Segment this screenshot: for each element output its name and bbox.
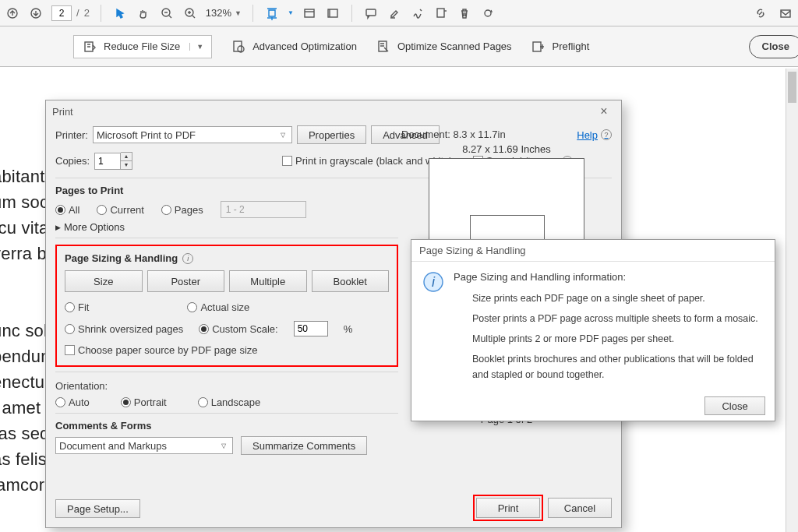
page-total-label: 2 <box>84 7 90 19</box>
vertical-scrollbar[interactable] <box>786 69 798 532</box>
orient-portrait-radio[interactable]: Portrait <box>121 396 167 408</box>
custom-scale-radio[interactable]: Custom Scale: <box>199 323 278 335</box>
tab-booklet-button[interactable]: Booklet <box>312 270 390 292</box>
sign-icon[interactable] <box>410 5 425 21</box>
properties-button[interactable]: Properties <box>297 125 366 144</box>
secondary-toolbar: Reduce File Size ▼ Advanced Optimization… <box>0 26 798 67</box>
pages-all-radio[interactable]: All <box>55 204 79 216</box>
sizing-title: Page Sizing & Handling <box>65 252 178 264</box>
cancel-button[interactable]: Cancel <box>548 498 612 518</box>
prev-page-icon[interactable] <box>5 5 20 21</box>
rotate-icon[interactable] <box>480 5 496 21</box>
orient-landscape-radio[interactable]: Landscape <box>198 396 261 408</box>
svg-rect-6 <box>366 9 376 16</box>
popup-heading: Page Sizing and Handling information: <box>454 271 764 283</box>
preview-dim-label: 8.27 x 11.69 Inches <box>401 143 612 155</box>
pointer-tool-icon[interactable] <box>112 5 128 21</box>
hand-tool-icon[interactable] <box>136 5 151 21</box>
fit-radio[interactable]: Fit <box>65 301 89 313</box>
page-display-icon[interactable] <box>302 5 317 21</box>
pages-range-radio[interactable]: Pages <box>161 204 203 216</box>
stamp-icon[interactable] <box>433 5 449 21</box>
summarize-comments-button[interactable]: Summarize Comments <box>241 436 367 455</box>
link-icon[interactable] <box>753 5 768 21</box>
printer-select[interactable]: Microsoft Print to PDF▽ <box>93 126 292 143</box>
more-options-toggle[interactable]: ▶More Options <box>55 221 398 233</box>
comments-select[interactable]: Document and Markups▽ <box>55 437 233 454</box>
info-popup: Page Sizing & Handling i Page Sizing and… <box>411 239 775 421</box>
pages-range-input <box>221 201 306 218</box>
custom-scale-input[interactable] <box>294 321 328 336</box>
popup-close-button[interactable]: Close <box>704 396 765 415</box>
orientation-label: Orientation: <box>55 380 398 392</box>
reduce-file-size-button[interactable]: Reduce File Size ▼ <box>73 35 212 58</box>
zoom-in-icon[interactable] <box>182 5 198 21</box>
actual-size-radio[interactable]: Actual size <box>187 301 249 313</box>
page-sizing-section: Page Sizing & Handling i Size Poster Mul… <box>55 245 398 367</box>
svg-rect-7 <box>437 9 444 17</box>
orient-auto-radio[interactable]: Auto <box>55 396 90 408</box>
reduce-icon <box>82 39 97 55</box>
dialog-titlebar: Print × <box>46 100 621 122</box>
tab-size-button[interactable]: Size <box>65 270 143 292</box>
email-icon[interactable] <box>778 5 793 21</box>
preflight-button[interactable]: Preflight <box>531 39 590 55</box>
popup-line-multiple: Multiple prints 2 or more PDF pages per … <box>472 331 764 347</box>
svg-rect-13 <box>533 42 541 51</box>
close-icon[interactable]: × <box>593 104 615 118</box>
svg-rect-4 <box>305 9 314 17</box>
comment-icon[interactable] <box>363 5 379 21</box>
dropdown-caret-icon[interactable]: ▼ <box>189 43 203 51</box>
preflight-icon <box>531 39 546 55</box>
shrink-radio[interactable]: Shrink oversized pages <box>65 323 183 335</box>
pages-section-title: Pages to Print <box>55 185 398 196</box>
document-dim-label: Document: 8.3 x 11.7in <box>401 129 612 140</box>
tab-multiple-button[interactable]: Multiple <box>229 270 307 292</box>
popup-line-size: Size prints each PDF page on a single sh… <box>472 291 764 306</box>
advanced-optimization-button[interactable]: Advanced Optimization <box>231 39 357 55</box>
tab-poster-button[interactable]: Poster <box>147 270 225 292</box>
fit-width-icon[interactable] <box>264 5 280 21</box>
next-page-icon[interactable] <box>28 5 44 21</box>
highlight-icon[interactable] <box>387 5 402 21</box>
close-panel-button[interactable]: Close <box>749 35 798 58</box>
page-nav: / 2 <box>51 5 90 21</box>
zoom-select[interactable]: 132% ▼ <box>206 7 242 19</box>
sizing-info-icon[interactable]: i <box>182 253 193 264</box>
popup-line-booklet: Booklet prints brochures and other publi… <box>472 351 764 382</box>
popup-titlebar: Page Sizing & Handling <box>411 240 775 262</box>
comments-section-title: Comments & Forms <box>55 420 398 432</box>
optimize-scanned-button[interactable]: Optimize Scanned Pages <box>376 39 512 55</box>
popup-line-poster: Poster prints a PDF page across multiple… <box>472 311 764 326</box>
pages-current-radio[interactable]: Current <box>97 204 143 216</box>
page-setup-button[interactable]: Page Setup... <box>55 499 140 518</box>
print-button[interactable]: Print <box>476 498 540 518</box>
info-large-icon: i <box>422 271 444 293</box>
zoom-out-icon[interactable] <box>159 5 175 21</box>
scan-icon <box>376 39 391 55</box>
dialog-title: Print <box>52 106 73 118</box>
page-current-input[interactable] <box>51 5 72 21</box>
read-mode-icon[interactable] <box>325 5 341 21</box>
advanced-opt-icon <box>231 39 246 55</box>
copies-stepper[interactable]: ▲▼ <box>94 152 132 170</box>
paper-source-checkbox[interactable]: Choose paper source by PDF page size <box>65 344 258 356</box>
svg-rect-8 <box>781 10 790 17</box>
delete-icon[interactable] <box>457 5 472 21</box>
copies-label: Copies: <box>55 155 90 167</box>
printer-label: Printer: <box>55 129 88 141</box>
top-toolbar: / 2 132% ▼ ▼ <box>0 0 798 26</box>
